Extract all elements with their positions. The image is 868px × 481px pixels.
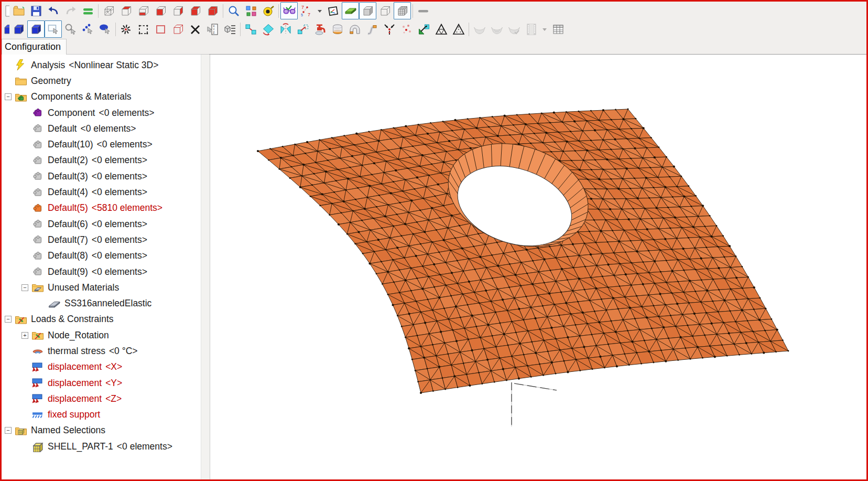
zoom-window-button[interactable] bbox=[225, 2, 242, 19]
add-hex-element-button[interactable] bbox=[169, 20, 187, 38]
node-coordinates-button[interactable]: X:Y:Z: bbox=[204, 20, 221, 38]
tree-item-default-8-[interactable]: Default(8)<0 elements> bbox=[2, 248, 201, 264]
table-view-button[interactable] bbox=[549, 20, 567, 38]
loft-button[interactable] bbox=[363, 20, 381, 38]
select-nodes-cube-button[interactable] bbox=[10, 20, 27, 38]
tree-item-default-3-[interactable]: Default(3)<0 elements> bbox=[2, 168, 201, 184]
view-back-button[interactable] bbox=[135, 2, 152, 19]
anaglyph-3d-glasses-button[interactable] bbox=[280, 2, 298, 19]
extrude-button[interactable] bbox=[329, 20, 346, 38]
tree-item-default-6-[interactable]: Default(6)<0 elements> bbox=[2, 216, 201, 232]
view-bottom-button[interactable] bbox=[204, 2, 221, 19]
tree-item-components-materials[interactable]: −Components & Materials bbox=[2, 89, 201, 105]
tree-item-named-selections[interactable]: −Named Selections bbox=[2, 423, 201, 439]
select-rectangle-button[interactable] bbox=[45, 20, 62, 38]
save-button[interactable] bbox=[27, 2, 45, 19]
tree-item-label: Default(9) bbox=[48, 266, 88, 277]
tree-item-label: Components & Materials bbox=[31, 91, 132, 102]
thermal-icon bbox=[31, 345, 44, 357]
add-element-button[interactable] bbox=[135, 20, 152, 38]
open-file-button[interactable] bbox=[10, 2, 27, 19]
shaded-view-button[interactable] bbox=[359, 2, 376, 19]
view-left-button[interactable] bbox=[152, 2, 169, 19]
element-properties-button[interactable] bbox=[221, 20, 238, 38]
mesh-view-button[interactable] bbox=[394, 2, 411, 19]
tree-item-default-2-[interactable]: Default(2)<0 elements> bbox=[2, 153, 201, 168]
zoom-pointer-button[interactable] bbox=[62, 20, 79, 38]
refine-mesh-button[interactable] bbox=[432, 20, 450, 38]
view-top-button[interactable] bbox=[187, 2, 204, 19]
tree-item-ss316anneledelastic[interactable]: SS316anneledElastic bbox=[2, 295, 201, 311]
tree-item-default[interactable]: Default<0 elements> bbox=[2, 121, 201, 136]
mirror-button[interactable] bbox=[277, 20, 294, 38]
new-document-button[interactable] bbox=[2, 2, 10, 19]
shell-tool-1-button[interactable] bbox=[471, 20, 488, 38]
expand-icon[interactable]: + bbox=[21, 332, 28, 339]
wireframe-view-button[interactable] bbox=[376, 2, 394, 19]
view-front-button[interactable] bbox=[117, 2, 135, 19]
tree-item-default-10-[interactable]: Default(10)<0 elements> bbox=[2, 136, 201, 152]
panel-splitter[interactable] bbox=[201, 55, 210, 479]
workplane-sketch-icon bbox=[327, 4, 340, 18]
redo-button[interactable] bbox=[62, 2, 79, 19]
tree-item-fixed-support[interactable]: fixed support bbox=[2, 407, 201, 423]
zoom-objects-button[interactable] bbox=[242, 2, 259, 19]
move-nodes-button[interactable] bbox=[242, 20, 259, 38]
tab-configuration[interactable]: Configuration bbox=[2, 39, 67, 55]
tree-item-geometry[interactable]: Geometry bbox=[2, 73, 201, 89]
mesh-canvas[interactable] bbox=[210, 55, 866, 479]
model-viewport[interactable] bbox=[209, 54, 866, 479]
select-path-icon bbox=[81, 23, 95, 36]
tree-item-label: Default(6) bbox=[48, 219, 88, 230]
select-ellipse-button[interactable] bbox=[96, 20, 114, 38]
collapse-icon[interactable]: − bbox=[5, 93, 12, 100]
select-path-button[interactable] bbox=[79, 20, 96, 38]
tree-item-default-4-[interactable]: Default(4)<0 elements> bbox=[2, 184, 201, 200]
tree-item-displacement[interactable]: displacement<X> bbox=[2, 359, 201, 375]
select-cube-clipped-button[interactable] bbox=[2, 20, 10, 38]
folder-cube-icon bbox=[15, 425, 27, 436]
tree-item-component[interactable]: Component<0 elements> bbox=[2, 105, 201, 121]
toolbar-overflow-handle-button[interactable] bbox=[415, 2, 432, 19]
delete-button[interactable] bbox=[187, 20, 204, 38]
shell-thickness-button[interactable] bbox=[342, 2, 359, 19]
tree-item-unused-materials[interactable]: −Unused Materials bbox=[2, 280, 201, 295]
rotate-nodes-button[interactable] bbox=[259, 20, 277, 38]
tree-item-shell-part-1[interactable]: SHELL_PART-1<0 elements> bbox=[2, 439, 201, 454]
tree-item-thermal-stress[interactable]: thermal stress<0 °C> bbox=[2, 343, 201, 359]
shell-tool-2-button[interactable] bbox=[488, 20, 505, 38]
revolve-button[interactable] bbox=[346, 20, 363, 38]
clamp-tool-button[interactable] bbox=[311, 20, 329, 38]
translate-copy-button[interactable] bbox=[294, 20, 311, 38]
tree-item-node-rotation[interactable]: +Node_Rotation bbox=[2, 327, 201, 343]
view-isometric-button[interactable] bbox=[100, 2, 117, 19]
tree-item-displacement[interactable]: displacement<Y> bbox=[2, 375, 201, 391]
collapse-icon[interactable]: − bbox=[21, 284, 28, 291]
green-bars-button[interactable] bbox=[79, 2, 96, 19]
merge-nodes-button[interactable] bbox=[381, 20, 398, 38]
add-quad-element-button[interactable] bbox=[152, 20, 169, 38]
scale-button[interactable] bbox=[415, 20, 432, 38]
puzzle-orange-icon bbox=[31, 202, 44, 214]
nearby-nodes-button[interactable] bbox=[398, 20, 415, 38]
tree-item-displacement[interactable]: displacement<Z> bbox=[2, 391, 201, 407]
node-numbers-dropdown-button[interactable] bbox=[315, 2, 324, 19]
shell-tool-3-button[interactable] bbox=[505, 20, 523, 38]
animation-dropdown-button[interactable] bbox=[540, 20, 549, 38]
collapse-icon[interactable]: − bbox=[5, 316, 12, 323]
select-elements-cube-button[interactable] bbox=[27, 20, 45, 38]
view-right-button[interactable] bbox=[169, 2, 187, 19]
add-node-button[interactable] bbox=[117, 20, 135, 38]
tree-item-default-5-[interactable]: Default(5)<5810 elements> bbox=[2, 200, 201, 216]
tree-item-default-7-[interactable]: Default(7)<0 elements> bbox=[2, 232, 201, 248]
workplane-sketch-button[interactable] bbox=[324, 2, 342, 19]
tree-item-loads-constraints[interactable]: −Loads & Constraints bbox=[2, 312, 201, 327]
tree-item-label: thermal stress bbox=[48, 346, 105, 357]
refine-custom-button[interactable] bbox=[450, 20, 467, 38]
measure-button[interactable] bbox=[259, 2, 277, 19]
undo-button[interactable] bbox=[45, 2, 62, 19]
svg-text:5: 5 bbox=[301, 13, 303, 17]
tree-item-default-9-[interactable]: Default(9)<0 elements> bbox=[2, 264, 201, 280]
tree-item-analysis[interactable]: Analysis<Nonlinear Static 3D> bbox=[2, 57, 201, 73]
collapse-icon[interactable]: − bbox=[5, 427, 12, 434]
